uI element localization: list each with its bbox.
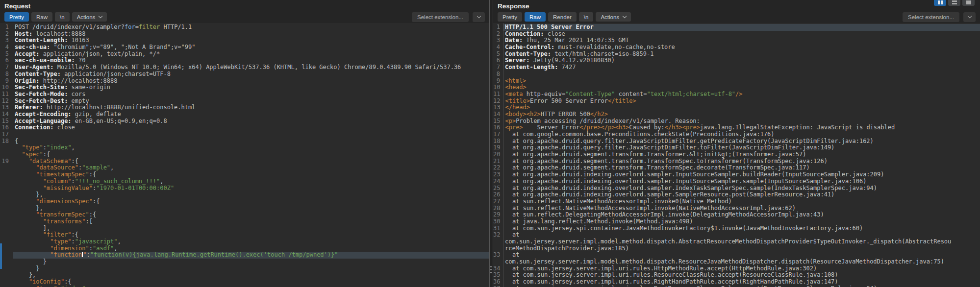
code-text: { xyxy=(13,138,489,145)
line-number: 7 xyxy=(0,64,13,71)
line-number xyxy=(493,245,503,252)
tab-raw[interactable]: Raw xyxy=(525,12,546,22)
line-number: 7 xyxy=(493,64,503,71)
code-row: 22 at org.apache.druid.segment.transform… xyxy=(493,165,980,171)
tab-pretty[interactable]: Pretty xyxy=(4,12,29,22)
line-number: 14 xyxy=(493,111,503,118)
code-row: "transforms":[ xyxy=(0,218,489,225)
line-number: 6 xyxy=(493,57,503,64)
code-text: at java.lang.reflect.Method.invoke(Metho… xyxy=(503,218,980,225)
line-number: 21 xyxy=(493,158,503,165)
code-text: Accept-Encoding: gzip, deflate xyxy=(13,111,489,118)
code-row: 10Sec-Fetch-Site: same-origin xyxy=(0,84,489,91)
burp-message-editor: Request PrettyRaw\nActionsSelect extensi… xyxy=(0,0,980,287)
code-text: "filter":{ xyxy=(13,232,489,239)
code-text: "function":"function(v){java.lang.Runtim… xyxy=(13,252,489,259)
single-layout-icon xyxy=(966,0,972,4)
tab-label: Pretty xyxy=(9,14,24,20)
tab-label: Actions xyxy=(601,14,619,20)
tab-render[interactable]: Render xyxy=(548,12,577,22)
tab-actions[interactable]: Actions xyxy=(72,12,107,22)
line-number: 19 xyxy=(0,158,13,165)
code-text: "ioConfig":{ xyxy=(13,279,489,286)
code-text: at org.apache.druid.segment.transform.Tr… xyxy=(503,151,980,158)
code-text: "timestampSpec":{ xyxy=(13,171,489,178)
code-text: <title>Error 500 Server Error</title> xyxy=(503,98,980,105)
code-text: "dataSchema":{ xyxy=(13,158,489,165)
code-text: "transformSpec":{ xyxy=(13,212,489,218)
layout-side-by-side-button[interactable] xyxy=(934,0,946,6)
tab-linebreak[interactable]: \n xyxy=(55,12,70,22)
select-extension-chevron-button[interactable] xyxy=(963,12,976,22)
code-row: }, xyxy=(0,191,489,198)
code-row: 15<p>Problem accessing /druid/indexer/v1… xyxy=(493,118,980,125)
code-row: 27 at sun.reflect.NativeMethodAccessorIm… xyxy=(493,198,980,205)
line-number: 16 xyxy=(493,124,503,131)
code-text: Sec-Fetch-Dest: empty xyxy=(13,98,489,105)
response-editor[interactable]: 1HTTP/1.1 500 Server Error2Connection: c… xyxy=(493,23,980,287)
code-row: "ioConfig":{ xyxy=(0,279,489,286)
line-number: 1 xyxy=(493,24,503,31)
line-number: 4 xyxy=(493,44,503,51)
line-number: 33 xyxy=(493,252,503,259)
tab-label: Pretty xyxy=(503,14,517,20)
code-text: </head> xyxy=(503,104,980,111)
line-number xyxy=(0,225,13,232)
chevron-down-icon xyxy=(623,14,627,18)
tab-actions[interactable]: Actions xyxy=(596,12,631,22)
tab-raw[interactable]: Raw xyxy=(31,12,52,22)
code-text: Connection: close xyxy=(13,124,489,131)
panel-divider-handle[interactable] xyxy=(490,266,492,267)
line-number xyxy=(0,279,13,286)
code-text: Cache-Control: must-revalidate,no-cache,… xyxy=(503,44,980,51)
code-row: 19 "dataSchema":{ xyxy=(0,158,489,165)
code-row: 16<pre> Server Error</pre></p><h3>Caused… xyxy=(493,124,980,131)
code-row: 28 at sun.reflect.NativeMethodAccessorIm… xyxy=(493,205,980,212)
code-row: 13</head> xyxy=(493,104,980,111)
code-row: 26 at org.apache.druid.indexing.overlord… xyxy=(493,191,980,198)
line-number xyxy=(493,259,503,265)
code-row: 36 at com.sun.jersey.server.impl.uri.rul… xyxy=(493,279,980,286)
layout-single-button[interactable] xyxy=(962,0,975,6)
line-number: 17 xyxy=(0,131,13,138)
line-number: 31 xyxy=(493,225,503,232)
tab-label: Raw xyxy=(529,14,541,20)
line-number: 34 xyxy=(493,265,503,272)
layout-stacked-button[interactable] xyxy=(948,0,960,6)
line-number: 2 xyxy=(0,31,13,38)
code-text: ], xyxy=(13,225,489,232)
line-number: 6 xyxy=(0,57,13,64)
code-row: 34 at com.sun.jersey.server.impl.uri.rul… xyxy=(493,265,980,272)
code-text: Referer: http://localhost:8888/unified-c… xyxy=(13,104,489,111)
code-text: at xyxy=(503,252,980,259)
line-number: 20 xyxy=(493,151,503,158)
select-extension-label: Select extension... xyxy=(908,14,954,20)
code-row: 15Accept-Language: en-GB,en-US;q=0.9,en;… xyxy=(0,118,489,125)
line-number xyxy=(0,205,13,212)
line-number xyxy=(0,191,13,198)
select-extension-chevron-button[interactable] xyxy=(473,12,485,22)
code-row: "dataSource":"sample", xyxy=(0,165,489,171)
tab-label: Render xyxy=(553,14,572,20)
request-editor[interactable]: 1POST /druid/indexer/v1/sampler?for=filt… xyxy=(0,23,489,287)
code-text: "type":"index", xyxy=(13,144,489,151)
chevron-down-icon xyxy=(99,14,102,18)
line-number: 22 xyxy=(493,165,503,171)
tab-pretty[interactable]: Pretty xyxy=(498,12,522,22)
code-text: "dimensionsSpec":{ xyxy=(13,198,489,205)
line-number: 24 xyxy=(493,178,503,185)
line-number: 12 xyxy=(493,98,503,105)
code-text: at org.apache.druid.indexing.overlord.sa… xyxy=(503,191,980,198)
code-text: at sun.reflect.NativeMethodAccessorImpl.… xyxy=(503,205,980,212)
tab-linebreak[interactable]: \n xyxy=(579,12,594,22)
code-row: 35 at com.sun.jersey.server.impl.uri.rul… xyxy=(493,272,980,279)
code-text: } xyxy=(13,259,489,265)
code-row: 18{ xyxy=(0,138,489,145)
line-number xyxy=(0,272,13,279)
select-extension-dropdown[interactable]: Select extension... xyxy=(412,12,469,22)
code-row: 33 at xyxy=(493,252,980,259)
code-row: 14Accept-Encoding: gzip, deflate xyxy=(0,111,489,118)
select-extension-dropdown[interactable]: Select extension... xyxy=(903,12,959,22)
code-text: Origin: http://localhost:8888 xyxy=(13,78,489,85)
line-number: 1 xyxy=(0,24,13,31)
